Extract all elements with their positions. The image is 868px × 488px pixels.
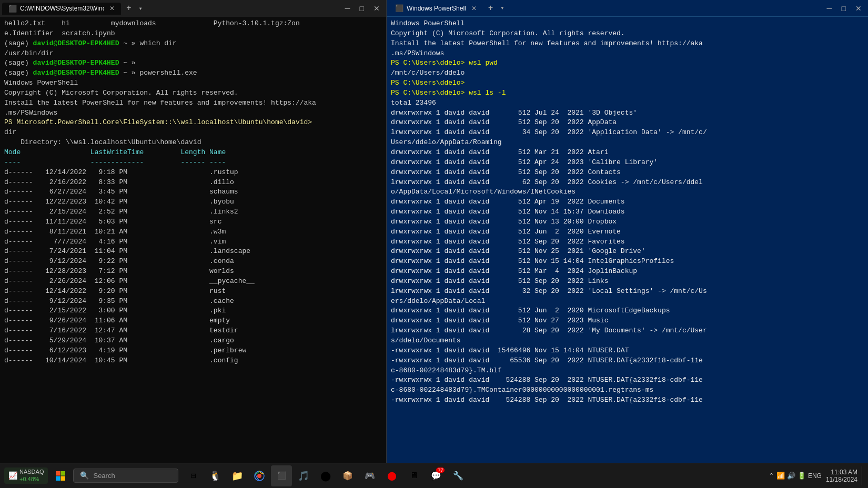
right-tab-chevron[interactable]: ▾ (498, 4, 506, 12)
terminal-line: lrwxrwxrwx 1 david david 28 Sep 20 2022 … (391, 326, 864, 336)
terminal-line: d------ 12/14/2022 9:18 PM .rustup (4, 168, 382, 178)
svg-rect-3 (61, 476, 66, 481)
app-icon-6[interactable]: 💬 77 (426, 465, 447, 486)
terminal-line: drwxrwxrwx 1 david david 512 Sep 20 2022… (391, 118, 864, 128)
terminal-line: Directory: \\wsl.localhost\Ubuntu\home\d… (4, 138, 382, 148)
right-terminal: ⬛ Windows PowerShell ✕ + ▾ ─ □ ✕ Windows… (387, 0, 868, 463)
search-icon: 🔍 (80, 471, 89, 480)
tray-expand[interactable]: ⌃ (769, 472, 774, 480)
terminal-line: Windows PowerShell (391, 19, 864, 29)
nasdaq-widget[interactable]: 📈 NASDAQ +0.48% (4, 467, 48, 483)
terminal-line: -rwxrwxrwx 1 david david 15466496 Nov 15… (391, 346, 864, 356)
right-tab-plus[interactable]: + (484, 4, 498, 13)
left-tab-active[interactable]: ⬛ C:\WINDOWS\System32\Wind... ✕ (2, 3, 121, 15)
terminal-line: d------ 8/11/2021 10:21 AM .w3m (4, 227, 382, 237)
terminal-line: d------ 12/28/2023 7:12 PM worlds (4, 267, 382, 277)
svg-rect-0 (56, 471, 60, 476)
ps-icon: ⬛ (395, 4, 403, 12)
clock-date: 11/18/2024 (826, 476, 857, 483)
app-icon-5[interactable]: 🖥 (403, 465, 425, 486)
svg-rect-2 (56, 476, 60, 481)
spotify-icon[interactable]: 🎵 (293, 465, 314, 486)
start-button[interactable] (50, 465, 71, 486)
left-terminal-content: hello2.txt hi mydownloads Python-3.10.1.… (0, 17, 386, 463)
left-terminal: ⬛ C:\WINDOWS\System32\Wind... ✕ + ▾ ─ □ … (0, 0, 387, 463)
terminal-line: PS C:\Users\ddelo> wsl ls -l (391, 88, 864, 98)
terminal-line: Mode LastWriteTime Length Name (4, 148, 382, 158)
app-icon-2[interactable]: 📦 (337, 465, 358, 486)
terminal-line: drwxrwxrwx 1 david david 512 Sep 20 2022… (391, 237, 864, 247)
app-icon-4[interactable]: ⬤ (381, 465, 402, 486)
terminal-line: s/ddelo/Documents (391, 336, 864, 346)
terminal-line: drwxrwxrwx 1 david david 512 Mar 21 2022… (391, 148, 864, 158)
left-maximize-btn[interactable]: □ (356, 4, 368, 13)
terminal-line: drwxrwxrwx 1 david david 512 Jun 2 2020 … (391, 306, 864, 316)
terminal-line: PS C:\Users\ddelo> wsl pwd (391, 58, 864, 68)
wsl-icon[interactable]: 🐧 (205, 465, 226, 486)
right-minimize-btn[interactable]: ─ (823, 4, 836, 13)
terminal-line: drwxrwxrwx 1 david david 512 Apr 24 2023… (391, 158, 864, 168)
right-tab-close[interactable]: ✕ (471, 5, 477, 12)
left-minimize-btn[interactable]: ─ (341, 4, 355, 13)
terminal-line: drwxrwxrwx 1 david david 512 Nov 25 2021… (391, 247, 864, 257)
terminal-line: d------ 2/15/2022 3:00 PM .pki (4, 306, 382, 316)
terminal-line: drwxrwxrwx 1 david david 512 Sep 20 2022… (391, 277, 864, 287)
terminal-line: drwxrwxrwx 1 david david 512 Apr 19 2022… (391, 197, 864, 207)
sys-tray-icons: ⌃ 📶 🔊 🔋 ENG (769, 472, 822, 480)
tray-wifi[interactable]: 📶 (776, 472, 785, 480)
right-terminal-content: Windows PowerShellCopyright (C) Microsof… (387, 17, 868, 463)
taskbar: 📈 NASDAQ +0.48% 🔍 Search ⊟ 🐧 📁 (0, 463, 868, 488)
terminal-icon[interactable]: ⬛ (271, 465, 292, 486)
right-close-btn[interactable]: ✕ (851, 4, 866, 13)
terminal-line: d------ 5/29/2024 10:37 AM .cargo (4, 336, 382, 346)
system-clock[interactable]: 11:03 AM 11/18/2024 (826, 469, 857, 483)
tray-lang[interactable]: ENG (808, 472, 822, 480)
tray-battery[interactable]: 🔋 (798, 472, 806, 480)
terminal-line: PS Microsoft.PowerShell.Core\FileSystem:… (4, 118, 382, 128)
terminal-line: /mnt/c/Users/ddelo (391, 68, 864, 78)
terminal-line: d------ 2/16/2022 8:33 PM .dillo (4, 178, 382, 188)
app-icon-3[interactable]: 🎮 (359, 465, 380, 486)
terminal-line: (sage) david@DESKTOP-EPK4HED ~ » (4, 58, 382, 68)
file-explorer-icon[interactable]: 📁 (227, 465, 248, 486)
terminal-line: ---- ------------- ------ ---- (4, 158, 382, 168)
show-desktop-btn[interactable] (862, 466, 864, 485)
terminal-line: drwxrwxrwx 1 david david 512 Mar 4 2024 … (391, 267, 864, 277)
terminal-line: -rwxrwxrwx 1 david david 524288 Sep 20 2… (391, 395, 864, 405)
terminal-line: d------ 10/14/2024 10:45 PM .config (4, 356, 382, 366)
cmd-icon: ⬛ (8, 5, 17, 13)
terminal-line: d------ 2/26/2024 12:06 PM __pycache__ (4, 277, 382, 287)
svg-point-5 (257, 474, 261, 478)
terminal-line: Copyright (C) Microsoft Corporation. All… (391, 29, 864, 39)
terminal-line: lrwxrwxrwx 1 david david 34 Sep 20 2022 … (391, 128, 864, 138)
terminal-line: drwxrwxrwx 1 david david 512 Nov 27 2023… (391, 316, 864, 326)
terminal-line: Install the latest PowerShell for new fe… (4, 98, 382, 108)
left-tab-chevron[interactable]: ▾ (137, 5, 145, 13)
app-icon-1[interactable]: ⬤ (315, 465, 336, 486)
svg-rect-1 (61, 471, 66, 476)
task-view-icon[interactable]: ⊟ (183, 465, 204, 486)
terminal-line: c-8680-002248483d79}.TM.blf (391, 366, 864, 376)
search-text: Search (93, 472, 115, 480)
left-tab-close[interactable]: ✕ (109, 5, 115, 12)
terminal-line: d------ 11/11/2024 5:03 PM src (4, 217, 382, 227)
terminal-line: d------ 12/22/2023 10:42 PM .byobu (4, 197, 382, 207)
taskbar-search[interactable]: 🔍 Search (73, 469, 178, 483)
terminal-line: d------ 6/27/2024 3:45 PM schaums (4, 187, 382, 197)
taskbar-right: ⌃ 📶 🔊 🔋 ENG 11:03 AM 11/18/2024 (769, 466, 864, 485)
terminal-line: o/AppData/Local/Microsoft/Windows/INetCo… (391, 187, 864, 197)
right-tab-label: Windows PowerShell (407, 5, 466, 12)
terminal-line: drwxrwxrwx 1 david david 512 Sep 20 2022… (391, 168, 864, 178)
right-tab-active[interactable]: ⬛ Windows PowerShell ✕ (389, 2, 483, 14)
terminal-line: d------ 6/12/2023 4:19 PM .perlbrew (4, 346, 382, 356)
right-maximize-btn[interactable]: □ (837, 4, 850, 13)
terminal-line: .ms/PSWindows (391, 49, 864, 59)
right-tab-bar: ⬛ Windows PowerShell ✕ + ▾ ─ □ ✕ (387, 0, 868, 17)
left-close-btn[interactable]: ✕ (369, 4, 384, 13)
terminal-line: drwxrwxrwx 1 david david 512 Nov 14 15:3… (391, 207, 864, 217)
app-icon-7[interactable]: 🔧 (448, 465, 469, 486)
browser-icon[interactable] (249, 465, 270, 486)
left-tab-plus[interactable]: + (122, 4, 136, 13)
tray-volume[interactable]: 🔊 (787, 472, 795, 480)
terminal-line: (sage) david@DESKTOP-EPK4HED ~ » which d… (4, 39, 382, 49)
